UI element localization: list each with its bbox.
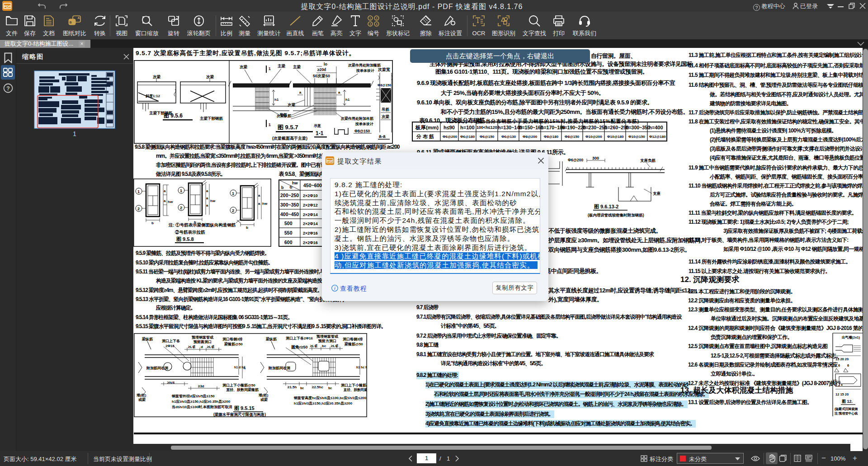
svg-text:2×2Φ12: 2×2Φ12: [303, 203, 318, 207]
svg-text:12 15 20: 12 15 20: [835, 392, 849, 396]
svg-text:主梁下部钢筋: 主梁下部钢筋: [200, 116, 223, 121]
svg-text:hw: hw: [262, 202, 268, 206]
svg-text:15 20 20: 15 20 20: [835, 357, 849, 361]
svg-text:PDF: PDF: [327, 160, 333, 163]
svg-text:(梁腹水平留洞尺寸限值与构造): (梁腹水平留洞尺寸限值与构造): [213, 412, 266, 417]
svg-text:h=190~220: h=190~220: [561, 125, 586, 130]
svg-text:注:预埋管中心线: 注:预埋管中心线: [834, 411, 858, 415]
svg-text:直径、肢数同梁箍筋: 直径、肢数同梁箍筋: [226, 387, 259, 392]
svg-text:400~450: 400~450: [280, 212, 299, 217]
svg-text:Φ10@150: Φ10@150: [628, 135, 645, 139]
svg-text:h1: h1: [345, 98, 350, 102]
svg-text:27: 27: [833, 379, 836, 383]
svg-text:a: a: [299, 90, 302, 94]
svg-text:梁纵筋: 梁纵筋: [142, 337, 153, 341]
svg-text:②号筋表示拉筋: ②号筋表示拉筋: [175, 230, 205, 235]
svg-text:1: 1: [180, 188, 182, 193]
svg-text:洞口每侧3排: 洞口每侧3排: [343, 337, 363, 341]
svg-text:≥1.5h: ≥1.5h: [288, 385, 297, 389]
svg-text:hw: hw: [168, 200, 173, 204]
svg-text:≥20d: ≥20d: [317, 67, 326, 72]
svg-text:支座负筋: 支座负筋: [640, 158, 656, 163]
svg-text:50次梁50: 50次梁50: [313, 74, 330, 78]
svg-text:≥3d: ≥3d: [198, 384, 204, 388]
svg-text:4: 4: [376, 23, 377, 26]
svg-text:≥L∉: ≥L∉: [188, 345, 195, 349]
svg-text:预留方洞口: 预留方洞口: [318, 339, 336, 343]
svg-text:次梁: 次梁: [240, 65, 248, 69]
svg-text:Φ8@200: Φ8@200: [523, 135, 538, 139]
svg-text:次梁: 次梁: [206, 75, 214, 79]
svg-text:1: 1: [232, 191, 234, 196]
svg-text:b: b: [281, 185, 284, 190]
svg-text:h=300~350: h=300~350: [626, 125, 650, 130]
svg-text:h=100: h=100: [460, 125, 475, 130]
svg-text:板厚(mm): 板厚(mm): [415, 125, 439, 130]
svg-text:图 12.: 图 12.: [842, 399, 853, 404]
svg-text:a: a: [164, 199, 166, 203]
svg-text:钢套管高度hc应≤h/6且≤100,bc应≤h/3且≤200: 钢套管高度hc应≤h/6且≤100,bc应≤h/3且≤200，: [293, 395, 367, 400]
svg-text:或梁: 或梁: [260, 397, 268, 402]
svg-text:2: 2: [137, 207, 140, 211]
svg-text:洞口上下小箍筋@50: 洞口上下小箍筋@50: [341, 383, 367, 387]
svg-text:300: 300: [592, 156, 599, 160]
svg-text:2: 2: [232, 208, 234, 213]
svg-text:预留圆洞口: 预留圆洞口: [193, 340, 212, 344]
svg-text:2×2Φ16: 2×2Φ16: [303, 240, 318, 245]
svg-text:a: a: [338, 90, 340, 94]
svg-text:预埋钢套管或: 预埋钢套管或: [191, 335, 214, 339]
svg-text:3: 3: [369, 23, 371, 26]
svg-text:1: 1: [269, 66, 271, 71]
svg-text:出气槽(2x1): 出气槽(2x1): [842, 335, 860, 339]
svg-text:550: 550: [284, 230, 292, 235]
svg-text:A: A: [77, 16, 80, 19]
svg-text:洞口每侧3排: 洞口每侧3排: [222, 337, 242, 341]
svg-text:注: ①号筋表示梁侧面纵向构造钢筋: 注: ①号筋表示梁侧面纵向构造钢筋: [168, 222, 236, 227]
svg-text:Φ6@180: Φ6@180: [460, 135, 475, 139]
svg-text:①: ①: [289, 185, 292, 189]
svg-text:(隐蔽式沉降观测: (隐蔽式沉降观测: [835, 407, 858, 411]
svg-text:按单体设计: 按单体设计: [355, 122, 373, 126]
svg-text:h=150~160: h=150~160: [519, 125, 543, 130]
svg-text:次梁纵筋: 次梁纵筋: [276, 113, 292, 118]
svg-text:6: 6: [838, 363, 840, 367]
svg-text:洞口上下各2Φ16: 洞口上下各2Φ16: [286, 336, 313, 340]
svg-text:(次梁截面高于主梁): (次梁截面高于主梁): [272, 136, 307, 141]
svg-text:1: 1: [369, 17, 371, 20]
svg-text:≥2.5hc: ≥2.5hc: [312, 385, 323, 389]
svg-text:a: a: [164, 189, 166, 193]
svg-text:h=130~140: h=130~140: [498, 125, 522, 130]
svg-text:直径、肢数同梁箍筋: 直径、肢数同梁箍筋: [343, 388, 367, 392]
svg-text:hw: hw: [292, 181, 298, 185]
svg-text:次梁: 次梁: [153, 75, 161, 79]
svg-text:支座: 支座: [653, 191, 661, 196]
svg-text:图 9.5.8: 图 9.5.8: [176, 236, 194, 242]
svg-text:次梁宽: 次梁宽: [378, 67, 390, 72]
svg-text:h=400: h=400: [649, 125, 663, 130]
svg-text:预埋钢套管或: 预埋钢套管或: [316, 334, 339, 339]
svg-text:分 布 筋: 分 布 筋: [416, 134, 434, 139]
svg-text:示意: 示意: [314, 124, 321, 128]
svg-text:1-1: 1-1: [316, 130, 324, 137]
svg-text:图 9.5.15: 图 9.5.15: [234, 405, 255, 411]
svg-text:100<h≤120: 100<h≤120: [476, 125, 497, 130]
svg-text:a: a: [258, 193, 260, 198]
svg-text:h=260~290: h=260~290: [604, 125, 629, 130]
svg-text:Φ6@200: Φ6@200: [568, 158, 583, 162]
svg-text:200~250: 200~250: [280, 193, 299, 198]
svg-text:图 9.5.7: 图 9.5.7: [278, 124, 298, 131]
svg-text:bc: bc: [300, 386, 304, 390]
svg-text:Φ8@150: Φ8@150: [565, 135, 580, 139]
svg-text:hw: hw: [210, 199, 216, 203]
svg-text:圆角r≥50: 圆角r≥50: [291, 345, 307, 349]
svg-text:次梁: 次梁: [288, 103, 296, 107]
svg-text:洞口上下各: 洞口上下各: [162, 339, 180, 343]
svg-text:(板内埋设管线较密集时附加钢筋): (板内埋设管线较密集时附加钢筋): [588, 213, 644, 217]
svg-text:≥L∉: ≥L∉: [310, 344, 317, 348]
svg-text:附加筋同右洞: 附加筋同右洞: [269, 366, 290, 370]
svg-text:主梁: 主梁: [278, 64, 286, 68]
svg-text:≥L∉: ≥L∉: [331, 344, 338, 348]
svg-text:Φ8@150: Φ8@150: [354, 129, 370, 133]
svg-text:≥L∉: ≥L∉: [207, 345, 214, 349]
svg-text:a: a: [206, 203, 208, 207]
